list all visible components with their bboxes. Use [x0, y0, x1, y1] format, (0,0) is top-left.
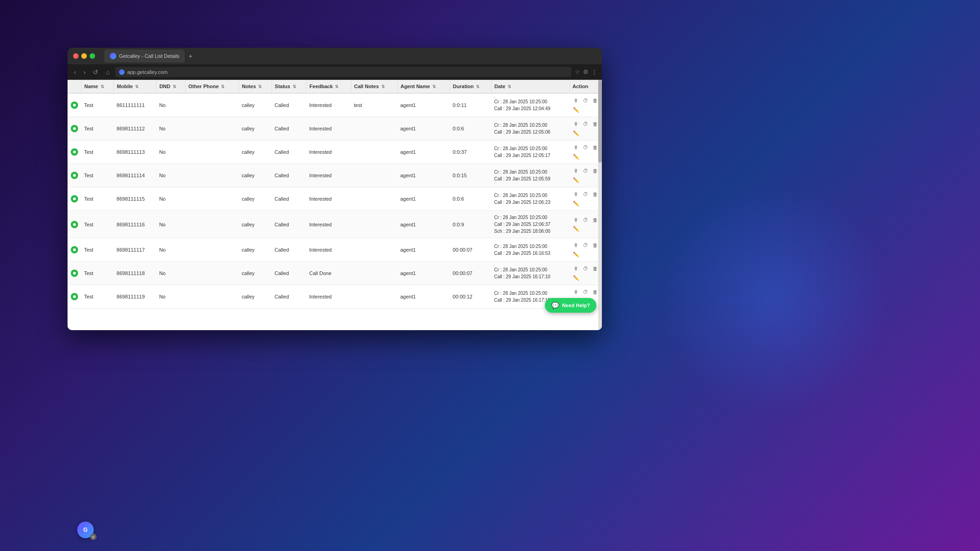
cell-status: Called	[272, 164, 306, 187]
cell-date: Cr : 28 Jan 2025 10:25:00Call : 29 Jan 2…	[492, 164, 570, 187]
menu-icon[interactable]: ⋮	[591, 68, 597, 75]
cell-status: Called	[272, 187, 306, 211]
edit-icon[interactable]: ✏️	[572, 251, 580, 258]
col-dnd[interactable]: DND ⇅	[156, 80, 185, 93]
col-notes[interactable]: Notes ⇅	[239, 80, 272, 93]
cell-agent_name: agent1	[397, 211, 450, 238]
home-button[interactable]: ⌂	[104, 67, 111, 77]
cell-other_phone	[186, 117, 239, 141]
cell-notes: calley	[239, 93, 272, 117]
site-favicon	[119, 69, 125, 75]
col-status[interactable]: Status ⇅	[272, 80, 306, 93]
cell-date: Cr : 28 Jan 2025 10:25:00Call : 29 Jan 2…	[492, 93, 570, 117]
scrollbar-thumb[interactable]	[598, 80, 602, 163]
edit-icon[interactable]: ✏️	[572, 106, 580, 113]
record-icon[interactable]: 🎙	[572, 216, 580, 224]
back-button[interactable]: ‹	[72, 67, 78, 77]
cell-duration: 00:00:12	[450, 285, 491, 309]
url-bar[interactable]: app.getcalley.com	[115, 67, 571, 77]
col-feedback[interactable]: Feedback ⇅	[306, 80, 351, 93]
minimize-button[interactable]	[81, 53, 87, 59]
col-mobile[interactable]: Mobile ⇅	[114, 80, 157, 93]
call-date: Call : 29 Jan 2025 16:17:10	[494, 273, 567, 280]
cell-feedback: Interested	[306, 141, 351, 164]
schedule-icon[interactable]: ⏱	[582, 144, 589, 151]
forward-button[interactable]: ›	[82, 67, 88, 77]
record-icon[interactable]: 🎙	[572, 144, 580, 151]
schedule-icon[interactable]: ⏱	[582, 216, 589, 224]
cell-name: Test	[81, 211, 114, 238]
schedule-icon[interactable]: ⏱	[582, 288, 589, 296]
cell-call_notes	[351, 164, 397, 187]
new-tab-button[interactable]: +	[188, 52, 192, 60]
row-status-indicator	[68, 262, 81, 285]
cell-action: 🎙 ⏱ 🗑 ✏️	[570, 141, 602, 164]
action-row-top: 🎙 ⏱ 🗑	[572, 97, 599, 104]
table-container[interactable]: Name ⇅ Mobile ⇅ DND ⇅ Other Phone ⇅ Note…	[68, 80, 602, 330]
close-button[interactable]	[73, 53, 79, 59]
cell-status: Called	[272, 141, 306, 164]
cell-action: 🎙 ⏱ 🗑 ✏️	[570, 93, 602, 117]
active-tab[interactable]: Getcalley - Call List Details	[104, 50, 185, 62]
cell-call_notes: test	[351, 93, 397, 117]
cell-call_notes	[351, 238, 397, 262]
record-icon[interactable]: 🎙	[572, 288, 580, 296]
action-row-bottom: ✏️	[572, 225, 580, 233]
col-other-phone[interactable]: Other Phone ⇅	[186, 80, 239, 93]
cell-name: Test	[81, 117, 114, 141]
cell-mobile: 8698111117	[114, 238, 157, 262]
action-row-top: 🎙 ⏱ 🗑	[572, 216, 599, 224]
tab-favicon	[110, 53, 116, 59]
col-name[interactable]: Name ⇅	[81, 80, 114, 93]
edit-icon[interactable]: ✏️	[572, 200, 580, 207]
action-row-top: 🎙 ⏱ 🗑	[572, 288, 599, 296]
edit-icon[interactable]: ✏️	[572, 153, 580, 160]
cell-notes: calley	[239, 187, 272, 211]
record-icon[interactable]: 🎙	[572, 265, 580, 272]
action-row-top: 🎙 ⏱ 🗑	[572, 144, 599, 151]
row-status-indicator	[68, 93, 81, 117]
record-icon[interactable]: 🎙	[572, 191, 580, 198]
action-icons: 🎙 ⏱ 🗑 ✏️	[572, 120, 599, 137]
table-row: Test8698111116NocalleyCalledInterestedag…	[68, 211, 602, 238]
col-date[interactable]: Date ⇅	[492, 80, 570, 93]
col-agent-name[interactable]: Agent Name ⇅	[397, 80, 450, 93]
record-icon[interactable]: 🎙	[572, 167, 580, 174]
schedule-icon[interactable]: ⏱	[582, 167, 589, 174]
edit-icon[interactable]: ✏️	[572, 274, 580, 281]
edit-icon[interactable]: ✏️	[572, 225, 580, 233]
col-call-notes[interactable]: Call Notes ⇅	[351, 80, 397, 93]
row-status-indicator	[68, 141, 81, 164]
record-icon[interactable]: 🎙	[572, 97, 580, 104]
schedule-icon[interactable]: ⏱	[582, 120, 589, 128]
refresh-button[interactable]: ↺	[91, 67, 100, 77]
cr-date: Cr : 28 Jan 2025 10:25:00	[494, 145, 567, 152]
record-icon[interactable]: 🎙	[572, 120, 580, 128]
table-row: Test8698111119NocalleyCalledInterestedag…	[68, 285, 602, 309]
extension-icon[interactable]: ⚙	[583, 68, 589, 75]
record-icon[interactable]: 🎙	[572, 242, 580, 249]
action-row-bottom: ✏️	[572, 129, 580, 137]
edit-icon[interactable]: ✏️	[572, 129, 580, 137]
need-help-button[interactable]: 💬 Need Help?	[545, 298, 596, 313]
col-duration[interactable]: Duration ⇅	[450, 80, 491, 93]
cell-action: 🎙 ⏱ 🗑 ✏️	[570, 238, 602, 262]
cell-status: Called	[272, 93, 306, 117]
schedule-icon[interactable]: ⏱	[582, 242, 589, 249]
call-date: Call : 29 Jan 2025 12:05:59	[494, 175, 567, 182]
cell-agent_name: agent1	[397, 141, 450, 164]
bookmark-icon[interactable]: ☆	[575, 68, 580, 75]
sch-date: Sch : 29 Jan 2025 18:06:00	[494, 228, 567, 235]
edit-icon[interactable]: ✏️	[572, 176, 580, 184]
row-status-indicator	[68, 285, 81, 309]
cell-notes: calley	[239, 164, 272, 187]
cell-agent_name: agent1	[397, 93, 450, 117]
schedule-icon[interactable]: ⏱	[582, 97, 589, 104]
cell-dnd: No	[156, 211, 185, 238]
maximize-button[interactable]	[90, 53, 95, 59]
cell-mobile: 8698111112	[114, 117, 157, 141]
scrollbar-track[interactable]	[598, 80, 602, 330]
schedule-icon[interactable]: ⏱	[582, 191, 589, 198]
schedule-icon[interactable]: ⏱	[582, 265, 589, 272]
action-row-bottom: ✏️	[572, 200, 580, 207]
